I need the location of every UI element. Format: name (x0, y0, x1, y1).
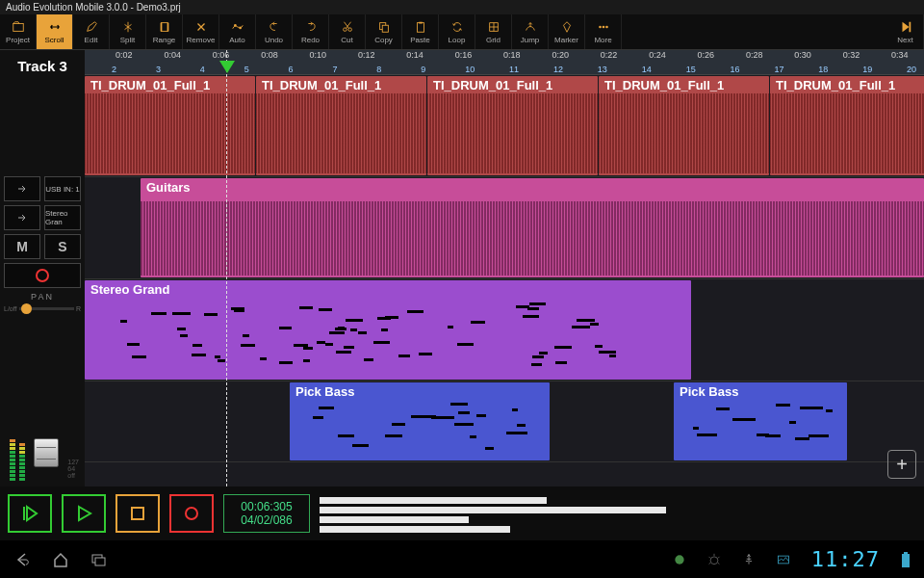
clip-label: Guitars (141, 178, 924, 197)
track-lane-2[interactable]: Guitars (85, 177, 924, 279)
clip-drum[interactable]: TI_DRUM_01_Full_1 (770, 76, 924, 175)
svg-rect-13 (909, 21, 911, 32)
svg-point-19 (675, 555, 683, 564)
transport-bar: 00:06:305 04/02/086 (0, 486, 924, 540)
position-value: 04/02/086 (241, 513, 292, 527)
play-start-button[interactable] (8, 494, 52, 533)
clock: 11:27 (811, 547, 880, 571)
recent-apps-icon[interactable] (90, 551, 108, 568)
pan-label: PAN (4, 292, 81, 302)
clip-label: Pick Bass (674, 382, 847, 401)
remove-button[interactable]: Remove (183, 14, 219, 49)
svg-point-20 (710, 556, 718, 564)
status-icon (673, 551, 686, 568)
clip-label: Pick Bass (290, 382, 550, 401)
paste-button[interactable]: Paste (402, 14, 439, 49)
record-button[interactable] (169, 494, 214, 533)
play-button[interactable] (62, 494, 106, 533)
instrument-route-button[interactable] (4, 205, 40, 230)
toolbar-label: Project (6, 36, 30, 44)
time-value: 00:06:305 (241, 500, 292, 513)
svg-point-12 (605, 25, 608, 28)
svg-point-2 (234, 23, 237, 26)
edit-button[interactable]: Edit (73, 14, 110, 49)
toolbar-label: Loop (449, 36, 466, 44)
system-navbar: 11:27 (0, 540, 924, 578)
svg-rect-23 (904, 552, 908, 554)
track-lane-3[interactable]: Stereo Grand (85, 279, 924, 381)
clip-drum[interactable]: TI_DRUM_01_Full_1 (256, 76, 426, 175)
cut-button[interactable]: Cut (329, 14, 366, 49)
svg-point-10 (599, 25, 602, 28)
pan-right-label: R (76, 305, 81, 312)
clip-label: Stereo Grand (85, 280, 691, 299)
loop-button[interactable]: Loop (439, 14, 475, 49)
instrument-button[interactable]: Stereo Gran (44, 205, 81, 230)
more-button[interactable]: More (585, 14, 622, 49)
pan-slider[interactable] (19, 307, 74, 310)
clip-guitars[interactable]: Guitars (141, 178, 924, 277)
copy-button[interactable]: Copy (366, 14, 402, 49)
next-label: Next (897, 36, 912, 44)
track-lane-4[interactable]: Pick Bass Pick Bass (85, 381, 924, 462)
arm-record-button[interactable] (4, 263, 81, 288)
clip-pick-bass-1[interactable]: Pick Bass (290, 382, 550, 460)
home-icon[interactable] (52, 551, 69, 568)
toolbar-label: Marker (554, 36, 578, 44)
svg-rect-15 (132, 508, 143, 519)
marker-button[interactable]: Marker (549, 14, 585, 49)
scroll-button[interactable]: Scroll (37, 14, 73, 49)
toolbar-label: Remove (187, 36, 216, 44)
clip-drum[interactable]: TI_DRUM_01_Full_1 (427, 76, 598, 175)
clip-pick-bass-2[interactable]: Pick Bass (674, 382, 847, 460)
grid-button[interactable]: Grid (475, 14, 512, 49)
toolbar-label: More (594, 36, 611, 44)
undo-button[interactable]: Undo (256, 14, 293, 49)
overview-bars[interactable] (320, 494, 916, 533)
clip-label: TI_DRUM_01_Full_1 (770, 76, 924, 94)
svg-rect-22 (902, 554, 910, 567)
stop-button[interactable] (116, 494, 160, 533)
auto-button[interactable]: Auto (219, 14, 256, 49)
svg-rect-8 (417, 22, 424, 32)
playhead-line (226, 50, 227, 486)
toolbar-label: Grid (486, 36, 500, 44)
svg-rect-0 (13, 23, 23, 31)
gallery-icon (777, 551, 790, 568)
clip-drum[interactable]: TI_DRUM_01_Full_1 (85, 76, 255, 175)
back-icon[interactable] (13, 551, 31, 568)
clip-label: TI_DRUM_01_Full_1 (599, 76, 769, 94)
track-lane-1[interactable]: TI_DRUM_01_Full_1TI_DRUM_01_Full_1TI_DRU… (85, 75, 924, 177)
next-button[interactable]: Next (887, 14, 924, 49)
split-button[interactable]: Split (110, 14, 146, 49)
svg-rect-7 (382, 25, 388, 32)
toolbar-label: Cut (341, 36, 352, 44)
input-route-button[interactable] (4, 176, 40, 201)
clip-label: TI_DRUM_01_Full_1 (256, 76, 426, 94)
range-button[interactable]: Range (146, 14, 183, 49)
svg-point-16 (186, 508, 197, 519)
svg-rect-18 (95, 558, 105, 565)
toolbar-label: Copy (374, 36, 393, 44)
window-title: Audio Evolution Mobile 3.0.0 - Demo3.prj (0, 0, 924, 14)
input-select-button[interactable]: USB IN: 1 (44, 176, 81, 201)
playhead-marker[interactable] (219, 61, 235, 73)
toolbar-label: Split (120, 36, 136, 44)
time-ruler[interactable]: 0:020:040:060:080:100:120:140:160:180:20… (85, 50, 924, 75)
clip-drum[interactable]: TI_DRUM_01_Full_1 (599, 76, 769, 175)
svg-rect-9 (419, 21, 423, 23)
add-track-button[interactable]: + (887, 450, 916, 479)
project-button[interactable]: Project (0, 14, 37, 49)
toolbar-label: Range (153, 36, 176, 44)
redo-button[interactable]: Redo (293, 14, 329, 49)
toolbar-label: Paste (410, 36, 429, 44)
jump-button[interactable]: Jump (512, 14, 549, 49)
mute-button[interactable]: M (4, 234, 40, 259)
track-panel: Track 3 USB IN: 1 Stereo Gran M S PAN L/… (0, 50, 85, 486)
time-display[interactable]: 00:06:305 04/02/086 (223, 494, 310, 533)
toolbar-label: Scroll (44, 36, 64, 44)
clip-stereo-grand[interactable]: Stereo Grand (85, 280, 691, 380)
arrange-area[interactable]: 0:020:040:060:080:100:120:140:160:180:20… (85, 50, 924, 486)
solo-button[interactable]: S (44, 234, 81, 259)
level-meter: 12764off (4, 316, 81, 483)
